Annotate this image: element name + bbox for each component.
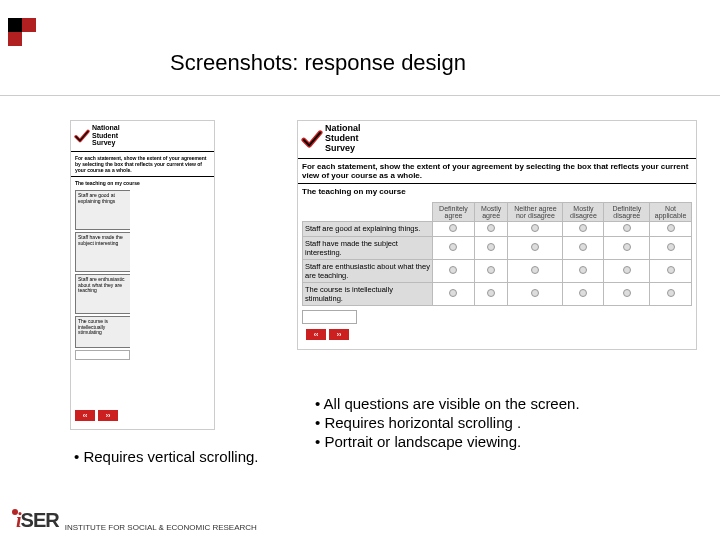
radio-option[interactable]: [623, 289, 631, 297]
radio-option[interactable]: [623, 243, 631, 251]
footer-org-text: INSTITUTE FOR SOCIAL & ECONOMIC RESEARCH: [65, 523, 257, 532]
slide-title: Screenshots: response design: [170, 50, 466, 76]
radio-option[interactable]: [531, 224, 539, 232]
next-button[interactable]: ››: [329, 329, 349, 340]
radio-option[interactable]: [487, 266, 495, 274]
check-icon: [301, 128, 323, 150]
instruction-text: For each statement, show the extent of y…: [71, 153, 214, 175]
radio-option[interactable]: [487, 289, 495, 297]
radio-option[interactable]: [531, 266, 539, 274]
table-row: Staff have made the subject interesting.: [303, 236, 692, 259]
radio-option[interactable]: [667, 224, 675, 232]
radio-option[interactable]: [449, 243, 457, 251]
scale-header: Neither agree nor disagree: [508, 202, 563, 221]
response-matrix: Definitely agree Mostly agree Neither ag…: [302, 202, 692, 306]
radio-option[interactable]: [579, 224, 587, 232]
bullet-item: Portrait or landscape viewing.: [315, 433, 580, 450]
instruction-text: For each statement, show the extent of y…: [298, 160, 696, 182]
right-bullets: All questions are visible on the screen.…: [315, 395, 580, 452]
narrow-screenshot: National Student Survey For each stateme…: [70, 120, 215, 430]
radio-option[interactable]: [487, 224, 495, 232]
question-cell: Staff are good at explaining things: [75, 190, 130, 230]
radio-option[interactable]: [667, 266, 675, 274]
table-row: The course is intellectually stimulating…: [303, 282, 692, 305]
scale-header: Definitely agree: [433, 202, 475, 221]
radio-option[interactable]: [667, 289, 675, 297]
bullet-item: Requires vertical scrolling.: [74, 448, 259, 465]
scale-header: Definitely disagree: [604, 202, 650, 221]
question-cell: Staff have made the subject interesting: [75, 232, 130, 272]
title-divider: [0, 95, 720, 96]
scale-header: Mostly disagree: [563, 202, 604, 221]
bullet-item: Requires horizontal scrolling .: [315, 414, 580, 431]
section-heading: The teaching on my course: [71, 178, 214, 188]
iser-icon: iSER: [12, 509, 59, 532]
text-input-small: [302, 310, 357, 324]
text-input-small: [75, 350, 130, 360]
radio-option[interactable]: [449, 266, 457, 274]
radio-option[interactable]: [623, 266, 631, 274]
next-button[interactable]: ››: [98, 410, 118, 421]
check-icon: [74, 128, 90, 144]
scale-header: Not applicable: [650, 202, 692, 221]
radio-option[interactable]: [449, 289, 457, 297]
footer-logo: iSER INSTITUTE FOR SOCIAL & ECONOMIC RES…: [12, 509, 257, 532]
scale-header: Mostly agree: [474, 202, 507, 221]
table-row: Staff are enthusiastic about what they a…: [303, 259, 692, 282]
question-cell: The course is intellectually stimulating: [75, 316, 130, 348]
left-bullets: Requires vertical scrolling.: [74, 448, 259, 467]
prev-button[interactable]: ‹‹: [75, 410, 95, 421]
radio-option[interactable]: [531, 289, 539, 297]
question-cell: Staff are enthusiastic about what they a…: [75, 274, 130, 314]
radio-option[interactable]: [667, 243, 675, 251]
prev-button[interactable]: ‹‹: [306, 329, 326, 340]
radio-option[interactable]: [531, 243, 539, 251]
section-heading: The teaching on my course: [298, 185, 696, 198]
nss-logo: National Student Survey: [71, 121, 214, 150]
table-row: Staff are good at explaining things.: [303, 221, 692, 236]
radio-option[interactable]: [487, 243, 495, 251]
radio-option[interactable]: [449, 224, 457, 232]
radio-option[interactable]: [579, 289, 587, 297]
nss-logo: National Student Survey: [298, 121, 696, 157]
wide-screenshot: National Student Survey For each stateme…: [297, 120, 697, 350]
bullet-item: All questions are visible on the screen.: [315, 395, 580, 412]
radio-option[interactable]: [579, 243, 587, 251]
radio-option[interactable]: [579, 266, 587, 274]
radio-option[interactable]: [623, 224, 631, 232]
